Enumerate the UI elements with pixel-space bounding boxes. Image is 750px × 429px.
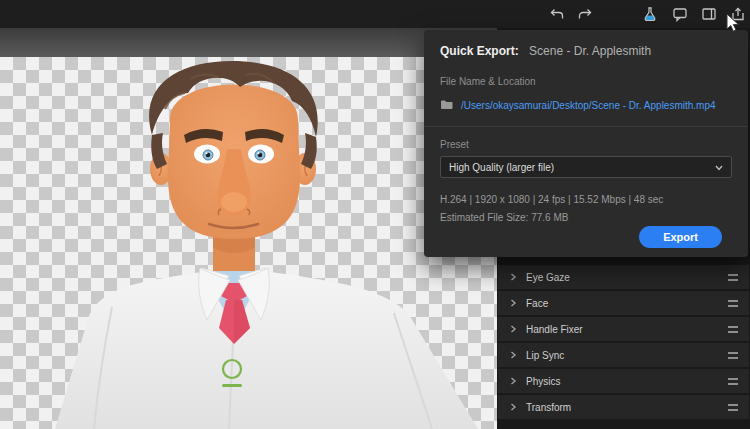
folder-icon (440, 96, 453, 114)
export-path-row: /Users/okaysamurai/Desktop/Scene - Dr. A… (440, 96, 732, 114)
menu-handle-icon[interactable] (728, 404, 738, 411)
property-row-label: Transform (526, 402, 571, 413)
stage-background (0, 28, 497, 57)
topbar (0, 0, 750, 28)
quick-export-title: Quick Export: Scene - Dr. Applesmith (440, 44, 732, 58)
property-row-label: Lip Sync (526, 350, 564, 361)
menu-handle-icon[interactable] (728, 378, 738, 385)
estimated-file-size: Estimated File Size: 77.6 MB (440, 212, 732, 223)
menu-handle-icon[interactable] (728, 300, 738, 307)
file-location-label: File Name & Location (440, 76, 732, 87)
undo-icon[interactable] (549, 6, 565, 22)
property-row-eye-gaze[interactable]: Eye Gaze (498, 265, 749, 289)
property-row-lip-sync[interactable]: Lip Sync (498, 343, 749, 367)
quick-export-panel: Quick Export: Scene - Dr. Applesmith Fil… (424, 30, 748, 257)
preset-select[interactable]: High Quality (larger file) (440, 156, 732, 178)
property-row-physics[interactable]: Physics (498, 369, 749, 393)
property-row-label: Physics (526, 376, 560, 387)
property-row-label: Face (526, 298, 548, 309)
chevron-right-icon (509, 273, 517, 281)
menu-handle-icon[interactable] (728, 326, 738, 333)
chevron-right-icon (509, 403, 517, 411)
character-animator-window: Eye Gaze Face Handle Fixer Lip Sync (0, 0, 750, 429)
workspace-panel-icon[interactable] (701, 6, 717, 22)
video-info: H.264 | 1920 x 1080 | 24 fps | 15.52 Mbp… (440, 194, 732, 205)
characterizer-flask-icon[interactable] (642, 6, 658, 22)
menu-handle-icon[interactable] (728, 274, 738, 281)
comments-icon[interactable] (672, 6, 688, 22)
chevron-right-icon (509, 299, 517, 307)
chevron-right-icon (509, 325, 517, 333)
preset-selected-value: High Quality (larger file) (449, 162, 554, 173)
preset-label: Preset (440, 139, 732, 150)
puppet-dr-applesmith[interactable] (0, 57, 497, 429)
scene-canvas[interactable] (0, 28, 497, 429)
quick-export-title-label: Quick Export: (440, 44, 519, 58)
redo-icon[interactable] (577, 6, 593, 22)
property-row-face[interactable]: Face (498, 291, 749, 315)
chevron-right-icon (509, 377, 517, 385)
property-row-label: Eye Gaze (526, 272, 570, 283)
property-row-handle-fixer[interactable]: Handle Fixer (498, 317, 749, 341)
menu-handle-icon[interactable] (728, 352, 738, 359)
quick-export-scene-name: Scene - Dr. Applesmith (529, 44, 651, 58)
export-path-link[interactable]: /Users/okaysamurai/Desktop/Scene - Dr. A… (461, 100, 716, 111)
chevron-right-icon (509, 351, 517, 359)
export-button[interactable]: Export (639, 226, 722, 248)
property-row-label: Handle Fixer (526, 324, 583, 335)
property-row-transform[interactable]: Transform (498, 395, 749, 419)
divider (424, 126, 748, 127)
chevron-down-icon (715, 162, 723, 173)
mouse-cursor (726, 13, 740, 37)
